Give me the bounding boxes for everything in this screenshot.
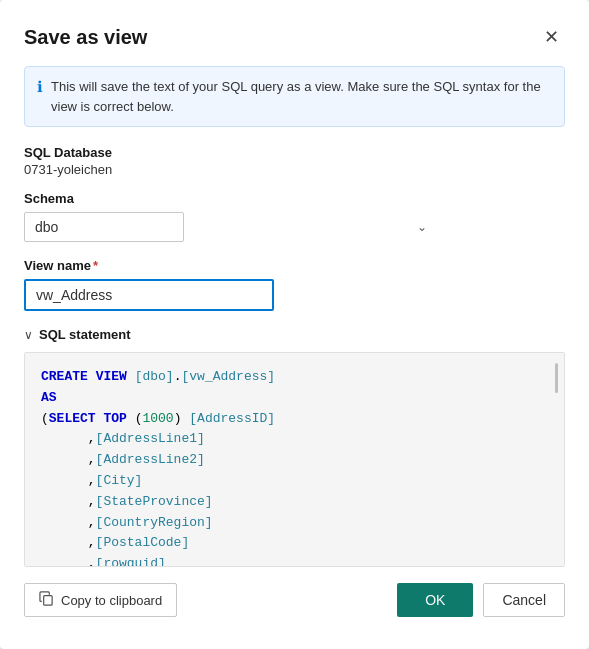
save-as-view-dialog: Save as view ✕ ℹ This will save the text…: [0, 0, 589, 649]
sql-line-6: ,[City]: [41, 471, 548, 492]
scroll-indicator: [555, 363, 558, 393]
sql-line-2: AS: [41, 388, 548, 409]
sql-line-8: ,[CountryRegion]: [41, 513, 548, 534]
sql-line-4: ,[AddressLine1]: [41, 429, 548, 450]
sql-line-3: (SELECT TOP (1000) [AddressID]: [41, 409, 548, 430]
info-banner: ℹ This will save the text of your SQL qu…: [24, 66, 565, 127]
close-button[interactable]: ✕: [538, 24, 565, 50]
sql-line-1: CREATE VIEW [dbo].[vw_Address]: [41, 367, 548, 388]
sql-line-9: ,[PostalCode]: [41, 533, 548, 554]
info-text: This will save the text of your SQL quer…: [51, 77, 552, 116]
ok-button[interactable]: OK: [397, 583, 473, 617]
copy-icon: [39, 591, 54, 609]
schema-label: Schema: [24, 191, 565, 206]
footer-row: Copy to clipboard OK Cancel: [24, 583, 565, 617]
schema-select-wrapper: dbo sys INFORMATION_SCHEMA ⌄: [24, 212, 565, 242]
action-buttons: OK Cancel: [397, 583, 565, 617]
view-name-label: View name*: [24, 258, 565, 273]
sql-section-header[interactable]: ∨ SQL statement: [24, 327, 565, 342]
copy-button-label: Copy to clipboard: [61, 593, 162, 608]
sql-line-10: ,[rowguid]: [41, 554, 548, 567]
schema-select[interactable]: dbo sys INFORMATION_SCHEMA: [24, 212, 184, 242]
sql-line-5: ,[AddressLine2]: [41, 450, 548, 471]
sql-code-area[interactable]: CREATE VIEW [dbo].[vw_Address] AS (SELEC…: [24, 352, 565, 567]
dialog-header: Save as view ✕: [24, 24, 565, 50]
sql-section-label: SQL statement: [39, 327, 131, 342]
svg-rect-0: [44, 596, 52, 605]
chevron-icon: ∨: [24, 328, 33, 342]
cancel-button[interactable]: Cancel: [483, 583, 565, 617]
required-indicator: *: [93, 258, 98, 273]
view-name-input[interactable]: [24, 279, 274, 311]
chevron-down-icon: ⌄: [417, 220, 427, 234]
info-icon: ℹ: [37, 78, 43, 96]
sql-line-7: ,[StateProvince]: [41, 492, 548, 513]
sql-database-value: 0731-yoleichen: [24, 162, 565, 177]
dialog-title: Save as view: [24, 26, 147, 49]
copy-to-clipboard-button[interactable]: Copy to clipboard: [24, 583, 177, 617]
sql-database-label: SQL Database: [24, 145, 565, 160]
